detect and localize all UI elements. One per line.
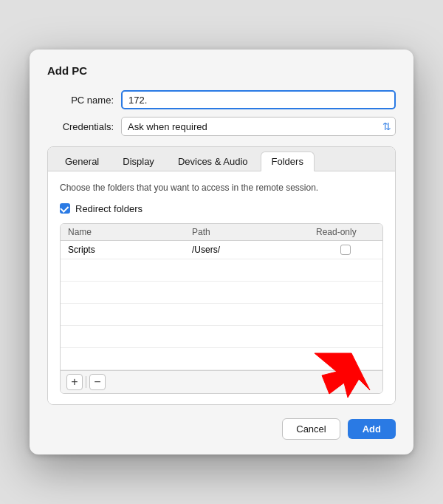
redirect-folders-row: Redirect folders: [60, 203, 383, 214]
row-name: Scripts: [68, 245, 192, 255]
pc-name-row: PC name:: [47, 90, 396, 109]
add-button[interactable]: Add: [348, 419, 396, 439]
redirect-folders-label: Redirect folders: [75, 203, 142, 214]
add-folder-button[interactable]: +: [66, 374, 83, 390]
pc-name-input[interactable]: [121, 90, 396, 109]
row-path: /Users/: [192, 245, 316, 255]
empty-row-2: [61, 282, 382, 304]
table-toolbar: + −: [61, 370, 382, 393]
tab-display[interactable]: Display: [111, 151, 165, 171]
empty-row-3: [61, 304, 382, 326]
cancel-button[interactable]: Cancel: [282, 418, 340, 440]
tabs-section: General Display Devices & Audio Folders …: [47, 146, 396, 405]
empty-row-5: [61, 348, 382, 370]
dialog-title: Add PC: [47, 64, 396, 77]
credentials-label: Credentials:: [47, 121, 121, 132]
credentials-select-wrapper: Ask when required Add a user account... …: [121, 117, 396, 136]
folders-tab-content: Choose the folders that you want to acce…: [48, 171, 395, 404]
col-name-header: Name: [68, 227, 192, 237]
toolbar-separator: [86, 376, 86, 388]
table-body: Scripts /Users/: [61, 241, 382, 370]
row-readonly: [316, 245, 375, 255]
add-pc-dialog: Add PC PC name: Credentials: Ask when re…: [30, 50, 413, 454]
col-path-header: Path: [192, 227, 316, 237]
folders-description: Choose the folders that you want to acce…: [60, 182, 383, 194]
tab-devices-audio[interactable]: Devices & Audio: [167, 151, 259, 171]
tab-folders[interactable]: Folders: [261, 151, 315, 171]
credentials-row: Credentials: Ask when required Add a use…: [47, 117, 396, 136]
readonly-checkbox[interactable]: [340, 245, 351, 255]
tabs-bar: General Display Devices & Audio Folders: [48, 147, 395, 171]
empty-row-4: [61, 326, 382, 348]
table-row: Scripts /Users/: [61, 241, 382, 259]
pc-name-label: PC name:: [47, 95, 121, 106]
folders-table: Name Path Read-only Scripts /Users/: [60, 223, 383, 394]
folders-table-header: Name Path Read-only: [61, 224, 382, 241]
credentials-select[interactable]: Ask when required Add a user account...: [121, 117, 396, 136]
bottom-buttons: Cancel Add: [47, 418, 396, 440]
empty-row-1: [61, 259, 382, 282]
tab-general[interactable]: General: [54, 151, 110, 171]
redirect-folders-checkbox[interactable]: [60, 203, 70, 214]
remove-folder-button[interactable]: −: [89, 374, 106, 390]
col-readonly-header: Read-only: [316, 227, 375, 237]
